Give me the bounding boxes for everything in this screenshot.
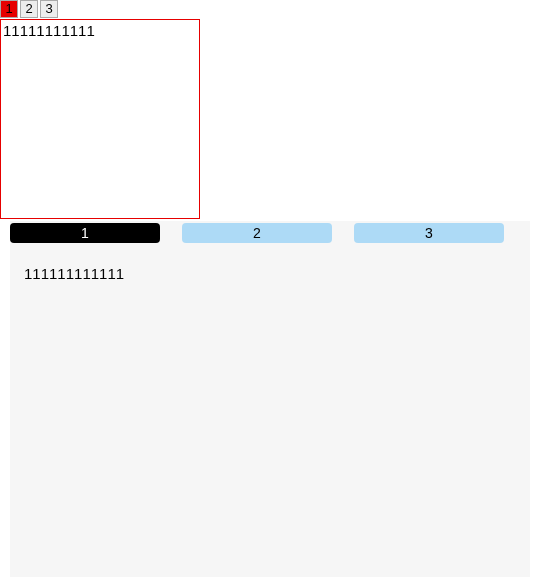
small-tabs: 1 2 3 bbox=[0, 0, 559, 18]
big-tab-2[interactable]: 2 bbox=[182, 223, 332, 243]
big-tabs: 1 2 3 bbox=[10, 221, 530, 243]
big-panel-content: 111111111111 bbox=[24, 265, 124, 282]
big-tabs-container: 1 2 3 bbox=[10, 221, 530, 247]
big-tab-3[interactable]: 3 bbox=[354, 223, 504, 243]
small-tab-panel: 11111111111 bbox=[0, 19, 200, 219]
small-tab-1[interactable]: 1 bbox=[0, 0, 18, 18]
small-panel-content: 11111111111 bbox=[3, 22, 95, 39]
big-tab-1[interactable]: 1 bbox=[10, 223, 160, 243]
small-tab-3[interactable]: 3 bbox=[40, 0, 58, 18]
small-tab-2[interactable]: 2 bbox=[20, 0, 38, 18]
big-tab-panel: 111111111111 bbox=[10, 247, 530, 577]
